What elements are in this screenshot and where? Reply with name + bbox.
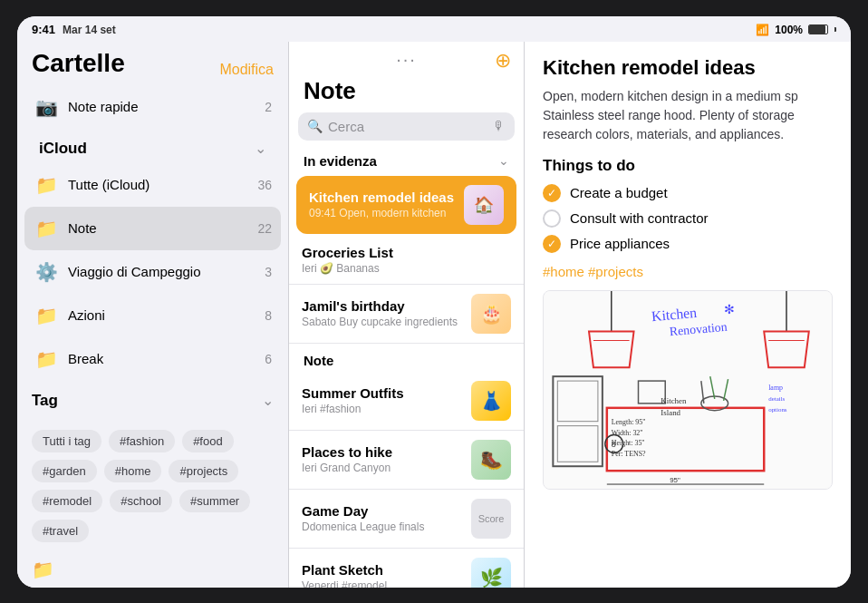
search-placeholder: Cerca <box>328 119 487 134</box>
panel-right: Kitchen remodel ideas Open, modern kitch… <box>525 42 851 588</box>
sketch-area: Kitchen Renovation ✻ <box>543 290 833 490</box>
folder-all-label: Tutte (iCloud) <box>68 177 257 192</box>
search-icon: 🔍 <box>307 119 323 133</box>
panel-bottom: 📁 <box>17 550 288 588</box>
icloud-section-header: iCloud ⌄ <box>24 129 281 163</box>
svg-text:Height: 35": Height: 35" <box>612 439 645 447</box>
folders-title: Cartelle <box>32 49 125 78</box>
todo-check-budget[interactable]: ✓ <box>543 184 561 202</box>
tag-travel[interactable]: #travel <box>32 520 89 542</box>
status-bar: 9:41 Mar 14 set 📶 100% <box>17 16 851 42</box>
tag-fashion[interactable]: #fashion <box>109 430 175 452</box>
folder-item-all-icloud[interactable]: 📁 Tutte (iCloud) 36 <box>24 163 281 207</box>
middle-header: ··· ⊕ <box>289 42 524 73</box>
note-item-gameday[interactable]: Game Day Ddomenica League finals Score <box>289 490 524 549</box>
add-note-button[interactable]: ⊕ <box>495 49 511 73</box>
new-folder-button[interactable]: 📁 <box>32 559 54 580</box>
todo-item-budget: ✓ Create a budget <box>543 184 833 202</box>
highlighted-note-subtitle: 09:41 Open, modern kitchen <box>309 207 457 219</box>
folder-viaggio-label: Viaggio di Campeggio <box>68 264 265 279</box>
tags-chevron: ⌄ <box>262 392 274 409</box>
edit-button[interactable]: Modifica <box>219 62 274 78</box>
folder-break-count: 6 <box>265 352 272 366</box>
note-item-plant[interactable]: Plant Sketch Venerdi #remodel 🌿 <box>289 549 524 588</box>
svg-text:Length: 95": Length: 95" <box>612 417 646 425</box>
tag-summer[interactable]: #summer <box>179 490 250 512</box>
in-evidenza-label: In evidenza <box>304 153 377 169</box>
status-date: Mar 14 set <box>63 24 116 36</box>
birthday-title: Jamil's birthday <box>302 298 464 314</box>
svg-text:95": 95" <box>670 476 680 484</box>
ipad-frame: 9:41 Mar 14 set 📶 100% Cartelle Modifica… <box>17 16 851 588</box>
plant-title: Plant Sketch <box>302 562 464 578</box>
svg-text:lamp: lamp <box>768 384 783 392</box>
tag-garden[interactable]: #garden <box>32 460 97 482</box>
svg-text:Island: Island <box>661 407 680 416</box>
highlighted-note[interactable]: Kitchen remodel ideas 09:41 Open, modern… <box>296 176 516 234</box>
status-time: 9:41 <box>32 23 55 36</box>
panel-left-header: Cartelle Modifica <box>17 42 288 85</box>
groceries-title: Groceries List <box>302 245 511 260</box>
tag-home[interactable]: #home <box>104 460 162 482</box>
todo-text-budget: Create a budget <box>570 185 668 200</box>
svg-text:Kitchen: Kitchen <box>661 395 687 404</box>
folder-viaggio-icon: ⚙️ <box>34 259 59 285</box>
quick-notes-label: Note rapide <box>68 99 265 114</box>
folder-item-quick-notes[interactable]: 📷 Note rapide 2 <box>24 85 281 129</box>
folder-note-count: 22 <box>257 221 272 236</box>
folder-azioni-label: Azioni <box>68 307 265 323</box>
folder-break-icon: 📁 <box>34 346 59 372</box>
things-todo-title: Things to do <box>543 157 833 175</box>
icloud-label: iCloud <box>39 140 87 158</box>
todo-item-appliances: ✓ Price appliances <box>543 235 833 253</box>
folder-item-viaggio[interactable]: ⚙️ Viaggio di Campeggio 3 <box>24 250 281 294</box>
kitchen-sketch-svg: Kitchen Renovation ✻ <box>544 291 832 489</box>
folder-viaggio-count: 3 <box>265 265 272 279</box>
note-item-outfits[interactable]: Summer Outfits Ieri #fashion 👗 <box>289 372 524 431</box>
tags-label: Tag <box>32 392 58 410</box>
tag-school[interactable]: #school <box>110 490 172 512</box>
detail-tags[interactable]: #home #projects <box>543 264 833 279</box>
status-left: 9:41 Mar 14 set <box>32 23 116 36</box>
tags-grid: Tutti i tag #fashion #food #garden #home… <box>32 430 274 542</box>
folder-note-label: Note <box>68 220 257 236</box>
tags-section-header: Tag ⌄ <box>17 381 288 415</box>
mic-icon: 🎙 <box>493 119 506 133</box>
highlighted-note-content: Kitchen remodel ideas 09:41 Open, modern… <box>309 190 457 219</box>
hike-thumb: 🥾 <box>471 440 511 480</box>
note-item-birthday[interactable]: Jamil's birthday Sabato Buy cupcake ingr… <box>289 285 524 344</box>
folder-note-icon: 📁 <box>34 216 59 241</box>
tag-remodel[interactable]: #remodel <box>32 490 102 512</box>
folder-item-note[interactable]: 📁 Note 22 <box>24 207 281 250</box>
folder-item-break[interactable]: 📁 Break 6 <box>24 337 281 381</box>
note-item-hike[interactable]: Places to hike Ieri Grand Canyon 🥾 <box>289 431 524 490</box>
note-item-groceries[interactable]: Groceries List Ieri 🥑 Bananas <box>289 236 524 285</box>
folder-item-azioni[interactable]: 📁 Azioni 8 <box>24 294 281 337</box>
svg-text:details: details <box>768 394 785 401</box>
todo-check-appliances[interactable]: ✓ <box>543 235 561 253</box>
search-bar[interactable]: 🔍 Cerca 🎙 <box>298 112 515 141</box>
gameday-thumb: Score <box>471 499 511 539</box>
folder-all-count: 36 <box>257 178 272 192</box>
tag-projects[interactable]: #projects <box>169 460 238 482</box>
plant-subtitle: Venerdi #remodel <box>302 579 464 588</box>
todo-item-contractor: Consult with contractor <box>543 209 833 228</box>
outfits-subtitle: Ieri #fashion <box>302 403 464 415</box>
dots-menu-button[interactable]: ··· <box>396 49 417 70</box>
in-evidenza-header: In evidenza ⌄ <box>289 148 524 174</box>
svg-text:✻: ✻ <box>724 301 735 316</box>
tag-all[interactable]: Tutti i tag <box>32 430 101 452</box>
panel-middle: ··· ⊕ Note 🔍 Cerca 🎙 In evidenza ⌄ Kitch… <box>289 42 525 588</box>
wifi-icon: 📶 <box>756 24 769 36</box>
birthday-subtitle: Sabato Buy cupcake ingredients <box>302 316 464 328</box>
folder-all-icon: 📁 <box>34 172 59 198</box>
quick-notes-icon: 📷 <box>34 94 59 120</box>
gameday-subtitle: Ddomenica League finals <box>302 520 464 533</box>
todo-check-contractor[interactable] <box>543 209 561 228</box>
highlighted-note-thumb: 🏠 <box>464 185 504 225</box>
tags-section: Tutti i tag #fashion #food #garden #home… <box>17 415 288 550</box>
notes-section-label: Note <box>289 344 524 372</box>
tag-food[interactable]: #food <box>182 430 234 452</box>
outfits-title: Summer Outfits <box>302 385 464 401</box>
outfits-content: Summer Outfits Ieri #fashion <box>302 385 464 415</box>
